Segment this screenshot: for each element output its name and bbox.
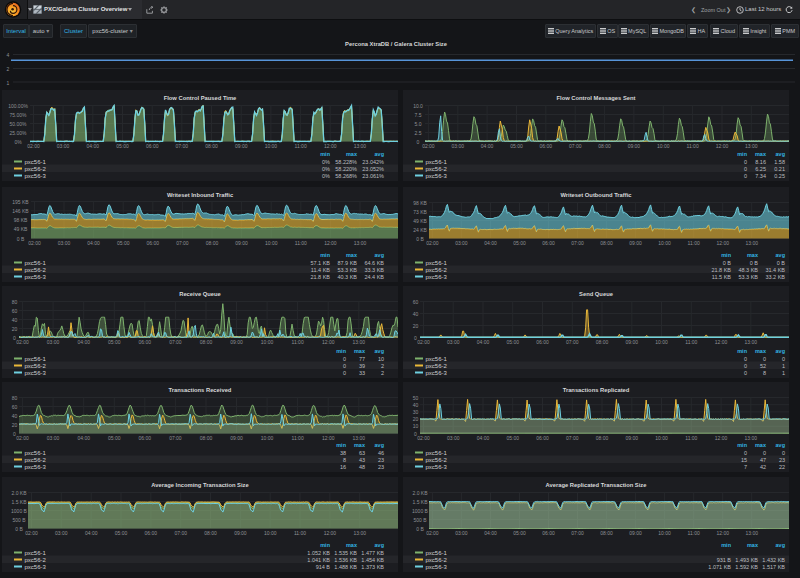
svg-text:04:00: 04:00 xyxy=(484,240,497,246)
svg-text:1: 1 xyxy=(7,80,10,86)
svg-text:pxc56-1: pxc56-1 xyxy=(25,356,47,362)
svg-text:2: 2 xyxy=(381,370,384,376)
svg-text:0: 0 xyxy=(13,431,16,437)
svg-text:avg: avg xyxy=(375,252,384,258)
svg-text:0: 0 xyxy=(744,159,747,165)
svg-text:500 B: 500 B xyxy=(413,517,427,523)
svg-text:47: 47 xyxy=(760,457,766,463)
svg-text:8.16: 8.16 xyxy=(755,159,766,165)
svg-text:13:00: 13:00 xyxy=(353,435,366,441)
svg-text:58.268%: 58.268% xyxy=(335,173,357,179)
svg-text:07:00: 07:00 xyxy=(566,435,579,441)
svg-text:avg: avg xyxy=(776,442,785,448)
svg-text:min: min xyxy=(320,542,330,548)
svg-text:23: 23 xyxy=(779,457,785,463)
svg-text:pxc56-2: pxc56-2 xyxy=(25,267,47,273)
svg-text:min: min xyxy=(737,348,747,354)
svg-text:09:00: 09:00 xyxy=(235,143,248,149)
svg-text:23.052%: 23.052% xyxy=(362,166,384,172)
svg-text:12:00: 12:00 xyxy=(324,530,337,536)
svg-text:min: min xyxy=(336,442,346,448)
svg-text:0: 0 xyxy=(343,356,346,362)
svg-text:48: 48 xyxy=(359,464,365,470)
svg-text:10:00: 10:00 xyxy=(655,435,668,441)
svg-text:02:00: 02:00 xyxy=(27,143,40,149)
svg-text:10: 10 xyxy=(413,423,419,429)
svg-text:23.061%: 23.061% xyxy=(362,173,384,179)
svg-text:min: min xyxy=(737,151,747,157)
svg-text:Flow Control Messages Sent: Flow Control Messages Sent xyxy=(557,95,636,101)
svg-text:09:00: 09:00 xyxy=(235,240,248,246)
svg-text:1: 1 xyxy=(782,363,785,369)
svg-text:0: 0 xyxy=(343,370,346,376)
svg-text:1.432 KB: 1.432 KB xyxy=(762,557,785,563)
svg-text:1: 1 xyxy=(782,370,785,376)
svg-text:5.0: 5.0 xyxy=(415,121,422,127)
svg-text:0.21: 0.21 xyxy=(774,166,785,172)
svg-text:pxc56-2: pxc56-2 xyxy=(25,557,47,563)
svg-text:12:00: 12:00 xyxy=(716,530,729,536)
svg-text:20: 20 xyxy=(12,326,18,332)
svg-text:49 KB: 49 KB xyxy=(413,218,427,224)
svg-text:7: 7 xyxy=(744,464,747,470)
svg-text:13:00: 13:00 xyxy=(353,339,366,345)
svg-text:13:00: 13:00 xyxy=(745,240,758,246)
svg-text:10:00: 10:00 xyxy=(658,240,671,246)
svg-text:pxc56-1: pxc56-1 xyxy=(25,159,47,165)
svg-text:10.0: 10.0 xyxy=(413,103,423,109)
svg-text:25.00%: 25.00% xyxy=(10,130,28,136)
svg-text:avg: avg xyxy=(375,442,384,448)
svg-text:60: 60 xyxy=(12,404,18,410)
svg-text:22: 22 xyxy=(779,464,785,470)
svg-text:pxc56-1: pxc56-1 xyxy=(426,356,448,362)
svg-text:04:00: 04:00 xyxy=(87,240,100,246)
svg-text:6.25: 6.25 xyxy=(755,166,766,172)
svg-text:05:00: 05:00 xyxy=(506,339,519,345)
svg-text:05:00: 05:00 xyxy=(506,435,519,441)
svg-text:500 B: 500 B xyxy=(12,517,26,523)
svg-text:11:00: 11:00 xyxy=(685,339,697,345)
svg-text:08:00: 08:00 xyxy=(200,339,213,345)
svg-text:13:00: 13:00 xyxy=(745,435,758,441)
svg-text:2.0 KB: 2.0 KB xyxy=(412,490,428,496)
svg-text:Average Replicated Transaction: Average Replicated Transaction Size xyxy=(546,482,648,488)
svg-text:0 B: 0 B xyxy=(416,526,424,532)
svg-text:1.517 KB: 1.517 KB xyxy=(762,564,785,570)
svg-text:11:00: 11:00 xyxy=(292,435,304,441)
svg-text:1.535 KB: 1.535 KB xyxy=(334,550,357,556)
svg-text:48.3 KB: 48.3 KB xyxy=(738,267,758,273)
svg-text:40: 40 xyxy=(413,311,419,317)
svg-text:07:00: 07:00 xyxy=(174,530,187,536)
svg-text:24 KB: 24 KB xyxy=(413,227,427,233)
svg-text:08:00: 08:00 xyxy=(204,530,217,536)
svg-text:09:00: 09:00 xyxy=(230,339,243,345)
svg-text:min: min xyxy=(721,252,731,258)
svg-text:13:00: 13:00 xyxy=(745,339,758,345)
svg-text:0: 0 xyxy=(744,166,747,172)
svg-text:05:00: 05:00 xyxy=(108,339,121,345)
svg-text:06:00: 06:00 xyxy=(542,530,555,536)
svg-text:931 B: 931 B xyxy=(717,557,732,563)
svg-text:07:00: 07:00 xyxy=(169,339,182,345)
svg-text:0%: 0% xyxy=(322,166,330,172)
svg-text:pxc56-3: pxc56-3 xyxy=(426,274,448,280)
svg-text:10:00: 10:00 xyxy=(657,143,670,149)
svg-text:08:00: 08:00 xyxy=(600,530,613,536)
svg-text:avg: avg xyxy=(375,542,384,548)
svg-text:Flow Control Paused Time: Flow Control Paused Time xyxy=(164,95,237,101)
svg-text:max: max xyxy=(747,252,759,258)
svg-text:58.220%: 58.220% xyxy=(335,166,357,172)
svg-text:2.5: 2.5 xyxy=(415,130,422,136)
svg-text:02:00: 02:00 xyxy=(417,339,430,345)
svg-text:03:00: 03:00 xyxy=(47,339,60,345)
svg-text:12:00: 12:00 xyxy=(324,240,337,246)
svg-text:05:00: 05:00 xyxy=(116,143,129,149)
svg-text:09:00: 09:00 xyxy=(628,143,641,149)
svg-text:03:00: 03:00 xyxy=(455,240,468,246)
svg-text:0 B: 0 B xyxy=(750,260,759,266)
svg-text:11:00: 11:00 xyxy=(688,530,700,536)
svg-text:12:00: 12:00 xyxy=(322,339,335,345)
svg-text:0: 0 xyxy=(782,356,785,362)
svg-text:pxc56-2: pxc56-2 xyxy=(426,363,448,369)
svg-text:05:00: 05:00 xyxy=(115,530,128,536)
